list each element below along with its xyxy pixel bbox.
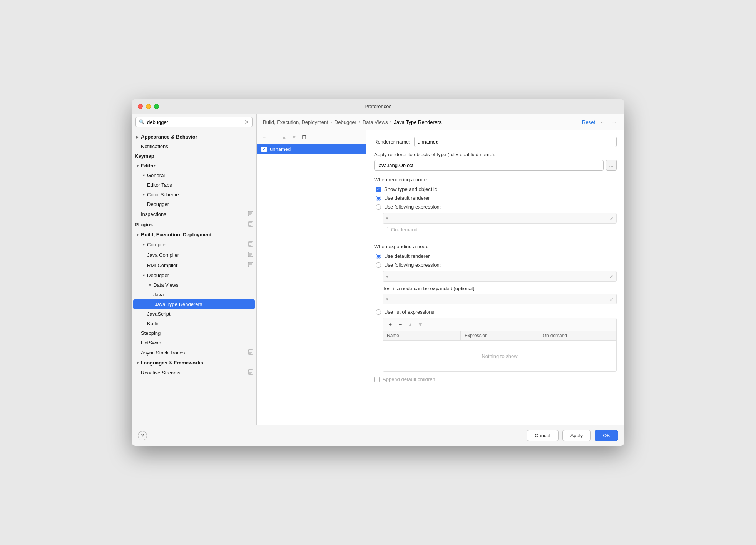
zoom-button[interactable] [154,104,159,109]
sidebar-item-java-type-renderers[interactable]: Java Type Renderers [133,299,255,309]
sidebar: 🔍 ✕ ▶ Appearance & Behavior Notification… [132,114,257,425]
table-down-button[interactable]: ▼ [416,320,425,329]
move-up-button[interactable]: ▲ [280,133,288,141]
sidebar-item-java[interactable]: Java [132,290,256,299]
settings-panel: Renderer name: Apply renderer to objects… [366,130,624,425]
breadcrumb-item-2: Debugger [335,119,356,125]
help-area: ? [138,431,147,440]
expression-dropdown-expanding[interactable]: ▾ [386,274,388,279]
expressions-table-toolbar: + − ▲ ▼ [383,318,616,331]
traffic-lights [138,104,159,109]
on-demand-rendering-checkbox[interactable] [383,227,388,232]
reset-button[interactable]: Reset [582,119,595,125]
sidebar-item-stepping[interactable]: Stepping [132,328,256,338]
cancel-button[interactable]: Cancel [527,430,558,441]
use-default-renderer-expanding-radio[interactable] [376,254,381,259]
renderer-name-input[interactable] [414,137,617,147]
add-renderer-button[interactable]: + [260,133,268,141]
expressions-table-body: Nothing to show [383,341,616,371]
search-input[interactable] [147,119,242,125]
expand-icon-expanding[interactable]: ⤢ [610,274,613,279]
titlebar: Preferences [132,99,624,114]
append-default-children-row: Append default children [374,376,617,382]
sidebar-item-languages-frameworks[interactable]: ▾ Languages & Frameworks [132,358,256,368]
sidebar-item-label: Editor Tabs [147,182,172,188]
sidebar-item-keymap[interactable]: Keymap [132,151,256,161]
table-add-button[interactable]: + [386,320,395,329]
move-down-button[interactable]: ▼ [290,133,298,141]
expand-icon-rendering[interactable]: ⤢ [610,216,613,221]
sidebar-item-kotlin[interactable]: Kotlin [132,319,256,328]
sidebar-tree: ▶ Appearance & Behavior Notifications Ke… [132,130,256,425]
show-type-checkbox[interactable]: ✓ [376,187,381,192]
remove-renderer-button[interactable]: − [270,133,278,141]
sidebar-item-debugger[interactable]: ▾ Debugger [132,271,256,280]
table-remove-button[interactable]: − [396,320,405,329]
forward-button[interactable]: → [610,118,618,126]
sidebar-item-build-execution[interactable]: ▾ Build, Execution, Deployment [132,230,256,239]
search-wrapper: 🔍 ✕ [135,117,253,127]
sidebar-item-label: Reactive Streams [141,370,181,376]
breadcrumb: Build, Execution, Deployment › Debugger … [257,114,624,130]
sidebar-item-label: Languages & Frameworks [141,360,203,366]
item-checkbox[interactable]: ✓ [261,147,267,152]
expression-dropdown-rendering[interactable]: ▾ [386,216,388,221]
sidebar-item-label: Java [153,292,164,298]
sidebar-item-debugger-color[interactable]: Debugger [132,199,256,209]
use-following-expression-expanding-row: Use following expression: [374,262,617,268]
use-following-expression-rendering-radio[interactable] [376,204,381,210]
sidebar-item-label: Java Compiler [147,252,179,258]
chevron-icon: ▾ [141,192,146,197]
copy-renderer-button[interactable]: ⊡ [300,133,308,141]
sidebar-item-label: Build, Execution, Deployment [141,232,211,237]
sidebar-item-editor-tabs[interactable]: Editor Tabs [132,180,256,190]
sidebar-item-compiler[interactable]: ▾ Compiler [132,239,256,250]
sidebar-item-notifications[interactable]: Notifications [132,142,256,151]
use-default-renderer-rendering-radio[interactable] [376,196,381,201]
fq-name-input[interactable] [374,160,604,171]
use-following-expression-expanding-radio[interactable] [376,262,381,268]
search-clear-icon[interactable]: ✕ [244,119,249,125]
rmi-compiler-badge [248,262,253,269]
separator-1 [374,239,617,239]
sidebar-item-label: Data Views [153,282,179,288]
fq-browse-button[interactable]: ... [606,160,617,171]
test-node-expand-icon[interactable]: ⤢ [610,297,613,302]
append-default-children-checkbox[interactable] [374,377,380,382]
sidebar-item-javascript[interactable]: JavaScript [132,309,256,319]
minimize-button[interactable] [146,104,151,109]
sidebar-item-appearance-behavior[interactable]: ▶ Appearance & Behavior [132,132,256,142]
sidebar-item-label: Stepping [141,330,161,336]
breadcrumb-item-4: Java Type Renderers [394,119,441,125]
check-mark: ✓ [263,147,266,151]
sidebar-item-editor[interactable]: ▾ Editor [132,161,256,171]
sidebar-item-rmi-compiler[interactable]: RMI Compiler [132,260,256,271]
use-list-expressions-radio[interactable] [376,309,381,315]
close-button[interactable] [138,104,143,109]
sidebar-item-inspections[interactable]: Inspections [132,209,256,219]
sidebar-item-color-scheme[interactable]: ▾ Color Scheme [132,190,256,199]
preferences-window: Preferences 🔍 ✕ ▶ Appearance & Behavior [132,99,624,446]
sidebar-item-plugins[interactable]: Plugins [132,219,256,230]
sidebar-item-label: Kotlin [147,321,160,326]
append-default-children-label: Append default children [383,376,435,382]
table-up-button[interactable]: ▲ [406,320,415,329]
sidebar-item-reactive-streams[interactable]: Reactive Streams [132,368,256,378]
sidebar-item-async-stack-traces[interactable]: Async Stack Traces [132,348,256,358]
list-item[interactable]: ✓ unnamed [257,144,366,154]
help-button[interactable]: ? [138,431,147,440]
sidebar-item-label: Plugins [135,222,153,227]
sidebar-item-java-compiler[interactable]: Java Compiler [132,250,256,260]
test-node-dropdown[interactable]: ▾ [386,297,388,302]
chevron-icon: ▾ [135,163,140,169]
back-button[interactable]: ← [598,118,607,126]
sidebar-item-general[interactable]: ▾ General [132,171,256,180]
sidebar-item-data-views[interactable]: ▾ Data Views [132,280,256,290]
sidebar-item-label: Debugger [147,272,169,278]
sidebar-item-label: Editor [141,163,156,169]
sidebar-item-label: Notifications [141,144,168,149]
ok-button[interactable]: OK [595,430,618,441]
plugins-badge [248,221,253,228]
sidebar-item-hotswap[interactable]: HotSwap [132,338,256,348]
apply-button[interactable]: Apply [562,430,591,441]
